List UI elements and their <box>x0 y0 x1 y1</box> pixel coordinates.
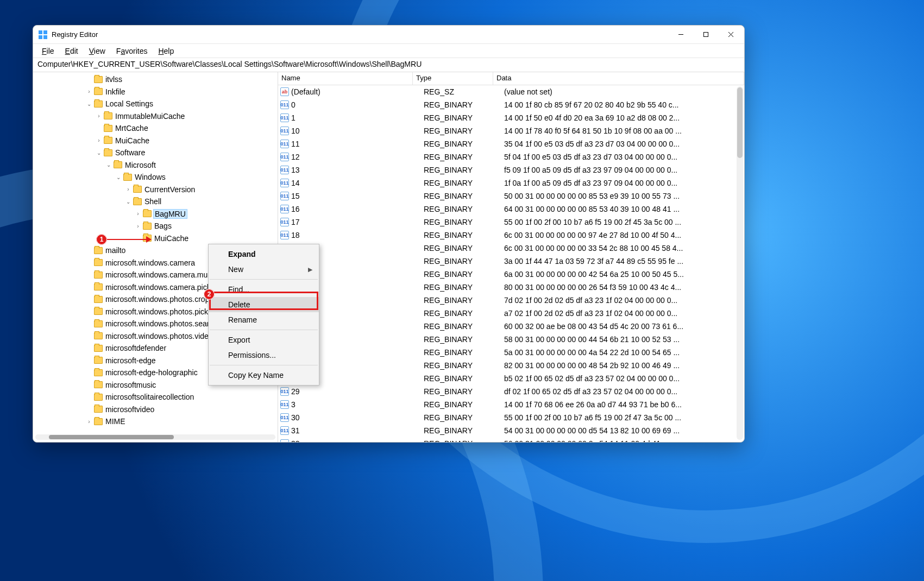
tree-item[interactable]: MuiCache <box>33 232 278 245</box>
value-row[interactable]: 0113REG_BINARY14 00 1f 70 68 06 ee 26 0a… <box>278 398 744 411</box>
tree-item[interactable]: ⌄Software <box>33 147 278 159</box>
menu-view[interactable]: View <box>85 46 110 56</box>
context-menu: Expand New ▶ Find... Delete Rename Expor… <box>208 244 319 386</box>
list-vertical-scroll-thumb[interactable] <box>737 87 743 158</box>
menu-help[interactable]: Help <box>154 46 178 56</box>
cell-type: REG_BINARY <box>424 387 504 396</box>
context-menu-new[interactable]: New ▶ <box>209 262 319 277</box>
tree-item[interactable]: itvlss <box>33 73 278 86</box>
value-row[interactable]: 01132REG_BINARY56 00 31 00 00 00 00 00 2… <box>278 437 744 442</box>
chevron-right-icon[interactable]: › <box>95 137 103 143</box>
value-row[interactable]: 01118REG_BINARY6c 00 31 00 00 00 00 00 9… <box>278 229 744 242</box>
tree-horizontal-scrollbar[interactable] <box>35 434 275 440</box>
column-header-type[interactable]: Type <box>413 72 493 85</box>
chevron-down-icon[interactable]: ⌄ <box>105 162 112 168</box>
tree-item[interactable]: ›Bags <box>33 220 278 232</box>
tree-item[interactable]: ›BagMRU <box>33 208 278 220</box>
titlebar[interactable]: Registry Editor <box>33 26 744 44</box>
tree-item-label: MIME <box>105 417 125 426</box>
annotation-highlight-delete <box>209 292 318 310</box>
cell-type: REG_BINARY <box>424 426 504 435</box>
cell-data: 5a 00 31 00 00 00 00 00 4a 54 22 2d 10 0… <box>504 348 744 357</box>
value-row[interactable]: 01122REG_BINARY7d 02 1f 00 2d 02 d5 df a… <box>278 294 744 307</box>
value-row[interactable]: 01126REG_BINARY5a 00 31 00 00 00 00 00 4… <box>278 346 744 359</box>
tree-item[interactable]: microsoftsolitairecollection <box>33 391 278 403</box>
chevron-right-icon[interactable]: › <box>124 186 132 192</box>
value-row[interactable]: 01119REG_BINARY6c 00 31 00 00 00 00 00 3… <box>278 242 744 255</box>
column-header-data[interactable]: Data <box>493 72 744 85</box>
binary-value-icon: 011 <box>280 192 289 200</box>
value-row[interactable]: 01116REG_BINARY64 00 31 00 00 00 00 00 8… <box>278 203 744 216</box>
close-button[interactable] <box>718 26 743 43</box>
menu-favorites[interactable]: Favorites <box>112 46 152 56</box>
value-row[interactable]: 01111REG_BINARY35 04 1f 00 e5 03 d5 df a… <box>278 137 744 150</box>
folder-icon <box>133 186 142 193</box>
context-menu-expand[interactable]: Expand <box>209 247 319 262</box>
chevron-down-icon[interactable]: ⌄ <box>85 101 93 107</box>
chevron-down-icon[interactable]: ⌄ <box>95 150 103 156</box>
folder-icon <box>143 223 152 230</box>
maximize-button[interactable] <box>693 26 718 43</box>
tree-item[interactable]: ›MIME <box>33 415 278 428</box>
tree-item-label: MuiCache <box>154 234 188 243</box>
value-row[interactable]: 0111REG_BINARY14 00 1f 50 e0 4f d0 20 ea… <box>278 111 744 124</box>
cell-type: REG_BINARY <box>424 140 504 148</box>
tree-item[interactable]: ⌄Windows <box>33 171 278 184</box>
folder-icon <box>104 112 112 119</box>
menu-file[interactable]: File <box>37 46 59 56</box>
context-menu-export[interactable]: Export <box>209 332 319 348</box>
column-header-name[interactable]: Name <box>278 72 413 85</box>
context-menu-copy-key-name[interactable]: Copy Key Name <box>209 368 319 383</box>
minimize-button[interactable] <box>668 26 693 43</box>
value-row[interactable]: 01131REG_BINARY54 00 31 00 00 00 00 00 d… <box>278 424 744 437</box>
value-row[interactable]: 01124REG_BINARY60 00 32 00 ae be 08 00 4… <box>278 320 744 333</box>
chevron-right-icon[interactable]: › <box>95 113 103 119</box>
tree-item[interactable]: ›ImmutableMuiCache <box>33 110 278 123</box>
cell-data: 6c 00 31 00 00 00 00 00 97 4e 27 8d 10 0… <box>504 231 744 239</box>
folder-icon <box>94 88 103 95</box>
value-row[interactable]: 01123REG_BINARYa7 02 1f 00 2d 02 d5 df a… <box>278 307 744 320</box>
value-row[interactable]: 01125REG_BINARY58 00 31 00 00 00 00 00 4… <box>278 333 744 346</box>
chevron-right-icon[interactable]: › <box>85 89 93 94</box>
submenu-arrow-icon: ▶ <box>308 266 312 273</box>
tree-horizontal-scroll-thumb[interactable] <box>49 435 174 439</box>
tree-item[interactable]: ›Inkfile <box>33 86 278 98</box>
list-vertical-scrollbar[interactable] <box>737 86 743 440</box>
chevron-down-icon[interactable]: ⌄ <box>124 199 132 205</box>
value-row[interactable]: 01120REG_BINARY6a 00 31 00 00 00 00 00 4… <box>278 268 744 281</box>
value-row[interactable]: 01130REG_BINARY55 00 1f 00 2f 00 10 b7 a… <box>278 411 744 424</box>
chevron-right-icon[interactable]: › <box>85 419 93 425</box>
tree-item[interactable]: MrtCache <box>33 122 278 135</box>
address-bar[interactable]: Computer\HKEY_CURRENT_USER\Software\Clas… <box>33 58 744 72</box>
value-row[interactable]: 01113REG_BINARYf5 09 1f 00 a5 09 d5 df a… <box>278 163 744 176</box>
value-row[interactable]: 01128REG_BINARYb5 02 1f 00 65 02 d5 df a… <box>278 372 744 385</box>
context-menu-permissions[interactable]: Permissions... <box>209 348 319 363</box>
tree-item[interactable]: ›CurrentVersion <box>33 184 278 196</box>
value-row[interactable]: 0112REG_BINARY3a 00 1f 44 47 1a 03 59 72… <box>278 255 744 268</box>
value-row[interactable]: 01114REG_BINARY1f 0a 1f 00 a5 09 d5 df a… <box>278 176 744 190</box>
value-row[interactable]: 0110REG_BINARY14 00 1f 80 cb 85 9f 67 20… <box>278 98 744 111</box>
value-row[interactable]: 01117REG_BINARY55 00 1f 00 2f 00 10 b7 a… <box>278 216 744 229</box>
cell-type: REG_BINARY <box>424 322 504 331</box>
cell-type: REG_BINARY <box>424 205 504 213</box>
value-row[interactable]: 01129REG_BINARYdf 02 1f 00 65 02 d5 df a… <box>278 385 744 398</box>
menu-edit[interactable]: Edit <box>61 46 83 56</box>
value-row[interactable]: ab(Default)REG_SZ(value not set) <box>278 85 744 98</box>
value-row[interactable]: 01115REG_BINARY50 00 31 00 00 00 00 00 8… <box>278 190 744 203</box>
chevron-down-icon[interactable]: ⌄ <box>115 174 122 180</box>
value-row[interactable]: 01127REG_BINARY82 00 31 00 00 00 00 00 4… <box>278 359 744 372</box>
value-row[interactable]: 01121REG_BINARY80 00 31 00 00 00 00 00 2… <box>278 281 744 294</box>
chevron-right-icon[interactable]: › <box>134 211 142 217</box>
tree-item[interactable]: ⌄Microsoft <box>33 159 278 172</box>
value-row[interactable]: 01112REG_BINARY5f 04 1f 00 e5 03 d5 df a… <box>278 150 744 163</box>
tree-item[interactable]: ⌄Local Settings <box>33 98 278 110</box>
context-menu-rename[interactable]: Rename <box>209 312 319 327</box>
tree-item[interactable]: ›MuiCache <box>33 135 278 147</box>
binary-value-icon: 011 <box>280 387 289 396</box>
tree-item-label: microsoftvideo <box>105 405 154 414</box>
chevron-right-icon[interactable]: › <box>134 223 142 229</box>
tree-item[interactable]: ⌄Shell <box>33 195 278 208</box>
cell-type: REG_BINARY <box>424 179 504 187</box>
value-row[interactable]: 01110REG_BINARY14 00 1f 78 40 f0 5f 64 8… <box>278 124 744 137</box>
tree-item[interactable]: microsoftvideo <box>33 403 278 416</box>
